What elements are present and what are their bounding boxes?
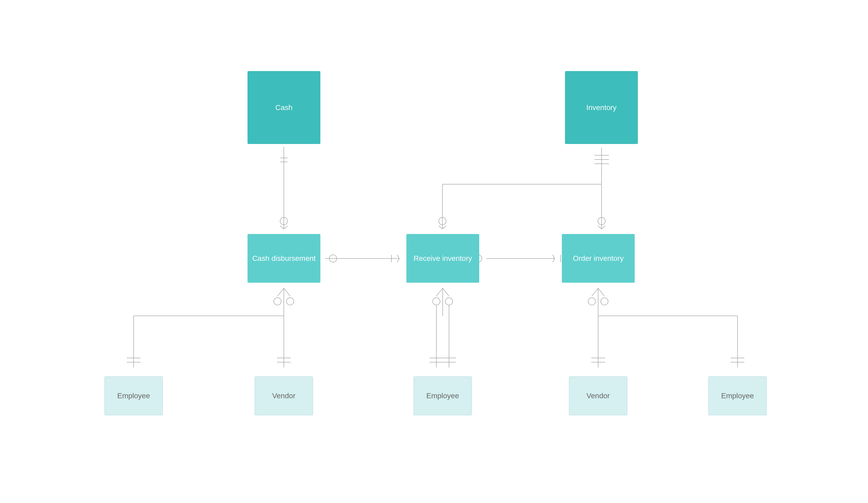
- diagram-container: Cash Inventory Cash disbursement Receive…: [0, 0, 868, 503]
- order-inventory-label: Order inventory: [573, 254, 624, 263]
- cash-label: Cash: [276, 103, 292, 112]
- svg-line-26: [552, 255, 555, 259]
- svg-point-36: [287, 298, 294, 305]
- vendor1-label: Vendor: [272, 392, 296, 400]
- svg-point-45: [445, 298, 453, 305]
- employee1-label: Employee: [117, 392, 150, 400]
- svg-line-14: [439, 226, 442, 229]
- svg-line-4: [280, 226, 284, 229]
- svg-line-17: [598, 226, 601, 229]
- svg-line-57: [598, 288, 604, 296]
- vendor2-node[interactable]: Vendor: [569, 376, 627, 415]
- svg-line-33: [278, 288, 284, 296]
- receive-inventory-label: Receive inventory: [413, 254, 472, 263]
- vendor2-label: Vendor: [587, 392, 610, 400]
- svg-line-43: [443, 288, 449, 296]
- svg-point-58: [588, 298, 596, 305]
- svg-point-35: [274, 298, 281, 305]
- svg-line-23: [397, 259, 399, 262]
- svg-line-34: [284, 288, 290, 296]
- employee2-label: Employee: [426, 392, 459, 400]
- receive-inventory-node[interactable]: Receive inventory: [406, 234, 479, 283]
- employee3-label: Employee: [721, 392, 754, 400]
- svg-line-5: [284, 226, 288, 229]
- svg-line-22: [397, 255, 399, 259]
- inventory-label: Inventory: [586, 103, 617, 112]
- cash-disbursement-node[interactable]: Cash disbursement: [248, 234, 320, 283]
- svg-line-42: [436, 288, 443, 296]
- svg-line-56: [592, 288, 598, 296]
- inventory-node[interactable]: Inventory: [565, 71, 638, 144]
- employee2-node[interactable]: Employee: [413, 376, 472, 415]
- svg-line-18: [601, 226, 605, 229]
- cash-disbursement-label: Cash disbursement: [252, 254, 316, 263]
- svg-point-44: [433, 298, 440, 305]
- employee3-node[interactable]: Employee: [708, 376, 767, 415]
- order-inventory-node[interactable]: Order inventory: [562, 234, 635, 283]
- cash-node[interactable]: Cash: [248, 71, 320, 144]
- svg-line-27: [552, 259, 555, 262]
- vendor1-node[interactable]: Vendor: [255, 376, 313, 415]
- employee1-node[interactable]: Employee: [104, 376, 163, 415]
- svg-point-59: [601, 298, 608, 305]
- svg-line-15: [442, 226, 446, 229]
